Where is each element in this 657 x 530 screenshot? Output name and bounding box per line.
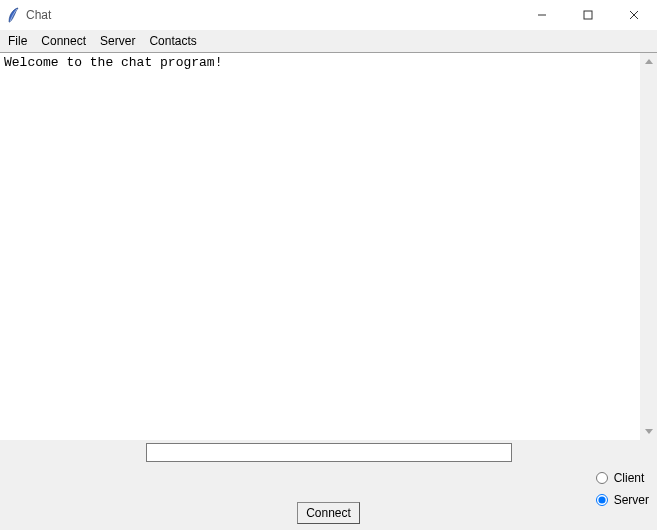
- connect-row: Connect: [0, 502, 657, 524]
- menu-contacts[interactable]: Contacts: [149, 34, 196, 48]
- connect-button[interactable]: Connect: [297, 502, 360, 524]
- menu-server[interactable]: Server: [100, 34, 135, 48]
- scrollbar[interactable]: [640, 53, 657, 440]
- menubar: File Connect Server Contacts: [0, 30, 657, 52]
- app-icon: [6, 6, 20, 24]
- window-title: Chat: [26, 8, 51, 22]
- menu-connect[interactable]: Connect: [41, 34, 86, 48]
- scroll-up-icon[interactable]: [640, 53, 657, 70]
- maximize-button[interactable]: [565, 0, 611, 30]
- titlebar: Chat: [0, 0, 657, 30]
- menu-file[interactable]: File: [8, 34, 27, 48]
- radio-client[interactable]: Client: [594, 468, 649, 488]
- app-window: Chat File Connect Server Contacts: [0, 0, 657, 530]
- minimize-button[interactable]: [519, 0, 565, 30]
- radio-client-input[interactable]: [596, 472, 608, 484]
- scroll-down-icon[interactable]: [640, 423, 657, 440]
- radio-client-label: Client: [614, 471, 645, 485]
- input-row: [0, 440, 657, 464]
- close-button[interactable]: [611, 0, 657, 30]
- chat-area: [0, 52, 657, 440]
- bottom-panel: Client Server Connect: [0, 464, 657, 530]
- chat-log[interactable]: [0, 53, 640, 440]
- svg-rect-1: [584, 11, 592, 19]
- message-input[interactable]: [146, 443, 512, 462]
